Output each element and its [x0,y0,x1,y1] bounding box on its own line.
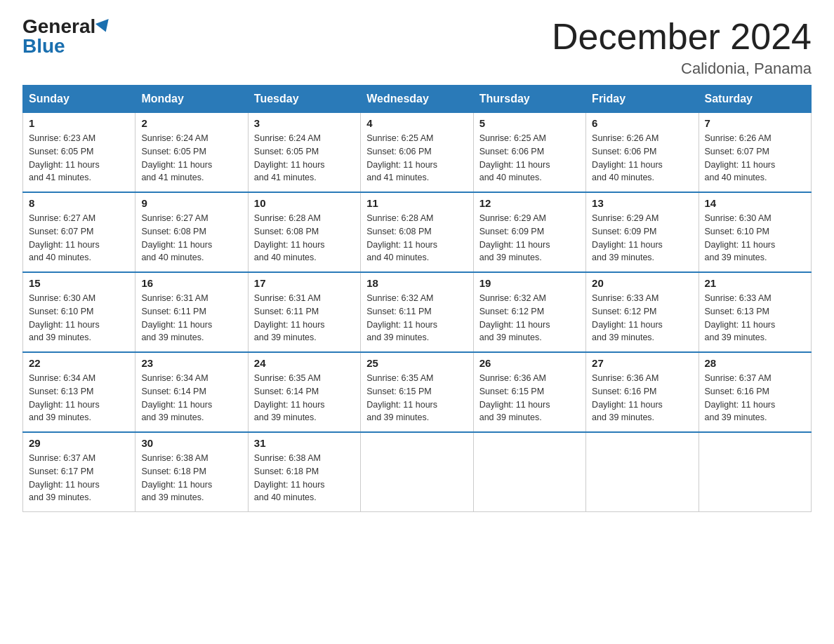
header-thursday: Thursday [473,86,585,113]
calendar-day-cell: 21 Sunrise: 6:33 AM Sunset: 6:13 PM Dayl… [699,272,811,352]
day-info: Sunrise: 6:35 AM Sunset: 6:15 PM Dayligh… [366,372,467,424]
day-number: 21 [705,277,805,289]
calendar-day-cell: 13 Sunrise: 6:29 AM Sunset: 6:09 PM Dayl… [586,192,699,272]
day-number: 24 [254,357,355,369]
day-number: 17 [254,277,355,289]
calendar-day-cell [586,432,699,512]
calendar-day-cell [361,432,473,512]
day-number: 5 [479,117,580,129]
calendar-day-cell: 25 Sunrise: 6:35 AM Sunset: 6:15 PM Dayl… [361,352,473,432]
day-info: Sunrise: 6:35 AM Sunset: 6:14 PM Dayligh… [254,372,355,424]
logo: General Blue [22,17,111,56]
day-number: 13 [592,197,692,209]
day-info: Sunrise: 6:27 AM Sunset: 6:08 PM Dayligh… [141,212,241,264]
day-info: Sunrise: 6:38 AM Sunset: 6:18 PM Dayligh… [141,452,241,504]
day-number: 18 [366,277,467,289]
header-friday: Friday [586,86,699,113]
calendar-day-cell: 15 Sunrise: 6:30 AM Sunset: 6:10 PM Dayl… [23,272,135,352]
day-number: 12 [479,197,580,209]
day-number: 11 [366,197,467,209]
calendar-day-cell: 6 Sunrise: 6:26 AM Sunset: 6:06 PM Dayli… [586,113,699,193]
day-info: Sunrise: 6:30 AM Sunset: 6:10 PM Dayligh… [705,212,805,264]
day-info: Sunrise: 6:26 AM Sunset: 6:06 PM Dayligh… [592,132,692,185]
calendar-day-cell: 26 Sunrise: 6:36 AM Sunset: 6:15 PM Dayl… [473,352,585,432]
day-info: Sunrise: 6:37 AM Sunset: 6:17 PM Dayligh… [29,452,129,504]
calendar-week-row: 8 Sunrise: 6:27 AM Sunset: 6:07 PM Dayli… [23,192,812,272]
day-number: 28 [705,357,805,369]
day-number: 15 [29,277,129,289]
header-sunday: Sunday [23,86,135,113]
day-info: Sunrise: 6:24 AM Sunset: 6:05 PM Dayligh… [254,132,355,185]
calendar-day-cell: 28 Sunrise: 6:37 AM Sunset: 6:16 PM Dayl… [699,352,811,432]
calendar-day-cell: 30 Sunrise: 6:38 AM Sunset: 6:18 PM Dayl… [135,432,248,512]
day-number: 8 [29,197,129,209]
day-info: Sunrise: 6:33 AM Sunset: 6:12 PM Dayligh… [592,292,692,344]
calendar-day-cell [473,432,585,512]
day-info: Sunrise: 6:30 AM Sunset: 6:10 PM Dayligh… [29,292,129,344]
day-number: 22 [29,357,129,369]
calendar-day-cell: 2 Sunrise: 6:24 AM Sunset: 6:05 PM Dayli… [135,113,248,193]
logo-general-text: General [22,17,95,36]
calendar-day-cell: 8 Sunrise: 6:27 AM Sunset: 6:07 PM Dayli… [23,192,135,272]
location-title: Calidonia, Panama [552,60,812,78]
day-number: 16 [141,277,241,289]
header-wednesday: Wednesday [361,86,473,113]
day-info: Sunrise: 6:28 AM Sunset: 6:08 PM Dayligh… [366,212,467,264]
day-info: Sunrise: 6:28 AM Sunset: 6:08 PM Dayligh… [254,212,355,264]
day-info: Sunrise: 6:24 AM Sunset: 6:05 PM Dayligh… [141,132,241,185]
calendar-day-cell: 14 Sunrise: 6:30 AM Sunset: 6:10 PM Dayl… [699,192,811,272]
title-block: December 2024 Calidonia, Panama [552,17,812,78]
day-info: Sunrise: 6:36 AM Sunset: 6:16 PM Dayligh… [592,372,692,424]
day-number: 30 [141,437,241,449]
day-number: 26 [479,357,580,369]
day-info: Sunrise: 6:38 AM Sunset: 6:18 PM Dayligh… [254,452,355,504]
month-title: December 2024 [552,17,812,57]
calendar-day-cell: 16 Sunrise: 6:31 AM Sunset: 6:11 PM Dayl… [135,272,248,352]
calendar-day-cell: 7 Sunrise: 6:26 AM Sunset: 6:07 PM Dayli… [699,113,811,193]
day-number: 20 [592,277,692,289]
calendar-day-cell: 4 Sunrise: 6:25 AM Sunset: 6:06 PM Dayli… [361,113,473,193]
day-number: 2 [141,117,241,129]
day-info: Sunrise: 6:32 AM Sunset: 6:12 PM Dayligh… [479,292,580,344]
day-number: 4 [366,117,467,129]
calendar-day-cell: 9 Sunrise: 6:27 AM Sunset: 6:08 PM Dayli… [135,192,248,272]
calendar-week-row: 29 Sunrise: 6:37 AM Sunset: 6:17 PM Dayl… [23,432,812,512]
day-number: 9 [141,197,241,209]
day-info: Sunrise: 6:33 AM Sunset: 6:13 PM Dayligh… [705,292,805,344]
calendar-day-cell: 31 Sunrise: 6:38 AM Sunset: 6:18 PM Dayl… [248,432,360,512]
day-number: 3 [254,117,355,129]
header-tuesday: Tuesday [248,86,360,113]
calendar-day-cell: 20 Sunrise: 6:33 AM Sunset: 6:12 PM Dayl… [586,272,699,352]
logo-triangle-icon [95,19,112,34]
day-number: 23 [141,357,241,369]
day-number: 7 [705,117,805,129]
day-info: Sunrise: 6:25 AM Sunset: 6:06 PM Dayligh… [479,132,580,185]
calendar-day-cell: 19 Sunrise: 6:32 AM Sunset: 6:12 PM Dayl… [473,272,585,352]
calendar-day-cell: 29 Sunrise: 6:37 AM Sunset: 6:17 PM Dayl… [23,432,135,512]
calendar-table: SundayMondayTuesdayWednesdayThursdayFrid… [22,85,812,512]
day-info: Sunrise: 6:34 AM Sunset: 6:14 PM Dayligh… [141,372,241,424]
day-number: 6 [592,117,692,129]
calendar-day-cell: 12 Sunrise: 6:29 AM Sunset: 6:09 PM Dayl… [473,192,585,272]
calendar-day-cell: 22 Sunrise: 6:34 AM Sunset: 6:13 PM Dayl… [23,352,135,432]
day-number: 27 [592,357,692,369]
day-info: Sunrise: 6:29 AM Sunset: 6:09 PM Dayligh… [592,212,692,264]
calendar-day-cell: 10 Sunrise: 6:28 AM Sunset: 6:08 PM Dayl… [248,192,360,272]
day-info: Sunrise: 6:34 AM Sunset: 6:13 PM Dayligh… [29,372,129,424]
logo-blue-text: Blue [22,36,65,56]
day-number: 14 [705,197,805,209]
calendar-day-cell: 5 Sunrise: 6:25 AM Sunset: 6:06 PM Dayli… [473,113,585,193]
calendar-week-row: 15 Sunrise: 6:30 AM Sunset: 6:10 PM Dayl… [23,272,812,352]
day-number: 10 [254,197,355,209]
day-number: 25 [366,357,467,369]
day-number: 1 [29,117,129,129]
calendar-day-cell: 18 Sunrise: 6:32 AM Sunset: 6:11 PM Dayl… [361,272,473,352]
day-info: Sunrise: 6:26 AM Sunset: 6:07 PM Dayligh… [705,132,805,185]
calendar-day-cell: 11 Sunrise: 6:28 AM Sunset: 6:08 PM Dayl… [361,192,473,272]
calendar-day-cell: 1 Sunrise: 6:23 AM Sunset: 6:05 PM Dayli… [23,113,135,193]
day-number: 31 [254,437,355,449]
calendar-day-cell: 17 Sunrise: 6:31 AM Sunset: 6:11 PM Dayl… [248,272,360,352]
calendar-week-row: 1 Sunrise: 6:23 AM Sunset: 6:05 PM Dayli… [23,113,812,193]
day-info: Sunrise: 6:31 AM Sunset: 6:11 PM Dayligh… [141,292,241,344]
day-info: Sunrise: 6:37 AM Sunset: 6:16 PM Dayligh… [705,372,805,424]
